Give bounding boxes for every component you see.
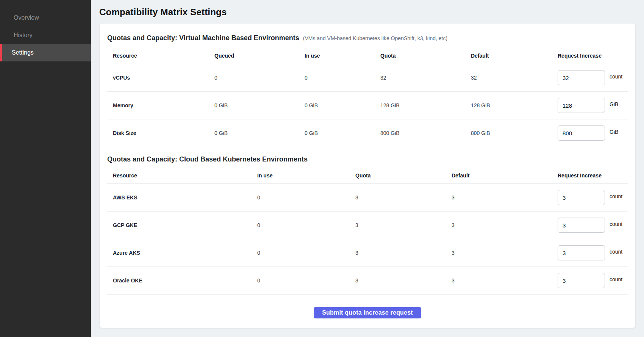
quota-value: 0 — [257, 194, 355, 201]
request-increase-cell: GiB — [558, 125, 628, 141]
table-row: vCPUs003232count — [107, 64, 628, 92]
unit-label: count — [610, 70, 622, 80]
quota-value: 32 — [471, 75, 558, 81]
table-row: AWS EKS033count — [107, 184, 628, 212]
quota-value: 3 — [355, 277, 452, 284]
sidebar-item-history[interactable]: History — [0, 27, 91, 44]
request-increase-cell: GiB — [558, 98, 628, 113]
request-increase-cell: count — [558, 245, 628, 260]
column-header-quota: Quota — [380, 53, 471, 59]
quota-value: 128 GiB — [380, 102, 471, 108]
table-row: Azure AKS033count — [107, 239, 628, 267]
column-header-resource: Resource — [107, 172, 257, 179]
unit-label: count — [610, 245, 622, 255]
page-title: Compatibility Matrix Settings — [99, 7, 636, 17]
table-row: Disk Size0 GiB0 GiB800 GiB800 GiBGiB — [107, 119, 628, 147]
resource-name: Disk Size — [107, 130, 214, 136]
cloud-section-header: Quotas and Capacity: Cloud Based Kuberne… — [107, 155, 628, 163]
unit-label: count — [610, 190, 622, 199]
table-row: Oracle OKE033count — [107, 267, 628, 295]
quota-value: 800 GiB — [380, 130, 471, 136]
quota-settings-card: Quotas and Capacity: Virtual Machine Bas… — [99, 23, 636, 328]
quota-value: 0 — [214, 75, 305, 81]
table-row: Memory0 GiB0 GiB128 GiB128 GiBGiB — [107, 92, 628, 119]
resource-name: Memory — [107, 102, 214, 108]
column-header-in-use: In use — [305, 53, 380, 59]
request-increase-input[interactable] — [558, 273, 605, 288]
vm-quota-table: ResourceQueuedIn useQuotaDefaultRequest … — [107, 47, 628, 147]
quota-value: 0 — [257, 250, 355, 256]
submit-quota-increase-button[interactable]: Submit quota increase request — [314, 307, 421, 318]
resource-name: vCPUs — [107, 75, 214, 81]
quota-value: 3 — [452, 277, 558, 284]
cloud-quota-table: ResourceIn useQuotaDefaultRequest Increa… — [107, 167, 628, 295]
quota-value: 0 — [305, 75, 380, 81]
quota-value: 0 — [257, 277, 355, 284]
column-header-request-increase: Request Increase — [558, 53, 628, 59]
quota-value: 0 — [257, 222, 355, 228]
quota-value: 32 — [380, 75, 471, 81]
column-header-in-use: In use — [257, 172, 355, 179]
column-header-quota: Quota — [355, 172, 452, 179]
unit-label: GiB — [610, 125, 618, 135]
sidebar: OverviewHistorySettings — [0, 0, 91, 337]
sidebar-item-settings[interactable]: Settings — [0, 44, 91, 61]
request-increase-input[interactable] — [558, 190, 605, 205]
vm-section-title: Quotas and Capacity: Virtual Machine Bas… — [107, 34, 299, 42]
request-increase-cell: count — [558, 273, 628, 288]
quota-value: 3 — [355, 222, 452, 228]
cloud-section-title: Quotas and Capacity: Cloud Based Kuberne… — [107, 155, 308, 163]
quota-value: 0 GiB — [214, 130, 305, 136]
table-header-row: ResourceQueuedIn useQuotaDefaultRequest … — [107, 47, 628, 64]
request-increase-input[interactable] — [558, 98, 605, 113]
request-increase-cell: count — [558, 190, 628, 205]
resource-name: Oracle OKE — [107, 277, 257, 284]
request-increase-cell: count — [558, 70, 628, 85]
column-header-default: Default — [471, 53, 558, 59]
quota-value: 800 GiB — [471, 130, 558, 136]
table-row: GCP GKE033count — [107, 212, 628, 239]
quota-value: 3 — [355, 194, 452, 201]
quota-value: 3 — [452, 194, 558, 201]
column-header-queued: Queued — [214, 53, 305, 59]
sidebar-item-overview[interactable]: Overview — [0, 9, 91, 27]
quota-value: 3 — [452, 222, 558, 228]
sidebar-nav: OverviewHistorySettings — [0, 9, 91, 61]
column-header-request-increase: Request Increase — [558, 172, 628, 179]
quota-value: 128 GiB — [471, 102, 558, 108]
request-increase-input[interactable] — [558, 125, 605, 141]
request-increase-input[interactable] — [558, 70, 605, 85]
vm-section-subtitle: (VMs and VM-based Kubernetes like OpenSh… — [303, 35, 447, 41]
card-footer: Submit quota increase request — [107, 295, 628, 318]
column-header-resource: Resource — [107, 53, 214, 59]
resource-name: Azure AKS — [107, 250, 257, 256]
column-header-default: Default — [452, 172, 558, 179]
table-header-row: ResourceIn useQuotaDefaultRequest Increa… — [107, 167, 628, 184]
quota-value: 0 GiB — [214, 102, 305, 108]
unit-label: GiB — [610, 98, 618, 107]
main-content: Compatibility Matrix Settings Quotas and… — [91, 0, 644, 337]
quota-value: 3 — [452, 250, 558, 256]
quota-value: 0 GiB — [305, 130, 380, 136]
request-increase-input[interactable] — [558, 218, 605, 233]
quota-value: 0 GiB — [305, 102, 380, 108]
unit-label: count — [610, 218, 622, 227]
resource-name: AWS EKS — [107, 194, 257, 201]
resource-name: GCP GKE — [107, 222, 257, 228]
request-increase-cell: count — [558, 218, 628, 233]
request-increase-input[interactable] — [558, 245, 605, 260]
quota-value: 3 — [355, 250, 452, 256]
vm-section-header: Quotas and Capacity: Virtual Machine Bas… — [107, 34, 628, 42]
unit-label: count — [610, 273, 622, 282]
